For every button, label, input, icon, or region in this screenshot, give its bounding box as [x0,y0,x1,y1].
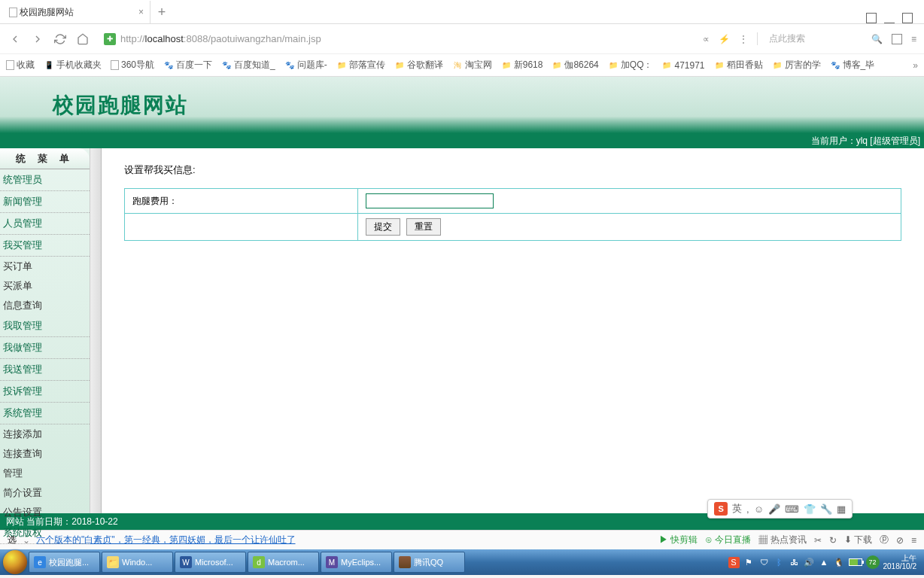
status-news[interactable]: ▦ 热点资讯 [758,534,806,546]
search-input[interactable]: 点此搜索 [757,32,862,45]
tray-bluetooth-icon[interactable]: ᛒ [774,557,785,568]
menu-category[interactable]: 人员管理 [0,213,90,235]
status-menu-icon[interactable]: ≡ [911,535,916,546]
bookmark-item[interactable]: 📁部落宣传 [336,59,385,71]
menu-item[interactable]: 买订单 [0,257,90,276]
ime-bar[interactable]: S 英 , ☺ 🎤 ⌨ 👕 🔧 ▦ [707,499,853,519]
menu-icon[interactable]: ≡ [911,34,916,44]
ime-lang[interactable]: 英 [732,502,742,516]
security-icon: ✚ [104,33,116,45]
bookmark-icon: 🐾 [830,60,840,71]
menu-category[interactable]: 系统管理 [0,403,90,424]
status-scissor-icon[interactable]: ✂ [814,535,822,546]
reload-button[interactable] [53,32,68,47]
bookmark-item[interactable]: 🐾博客_毕 [830,59,875,71]
ime-punct-icon[interactable]: , [746,503,749,515]
bookmark-item[interactable]: 收藏 [6,59,35,71]
tray-chevron-icon[interactable]: ▲ [819,557,830,568]
tray-sogou-icon[interactable]: S [728,557,740,568]
bookmarks-more-icon[interactable]: » [913,60,918,71]
start-button[interactable] [3,550,27,574]
ime-grid-icon[interactable]: ▦ [837,503,846,515]
taskbar-item[interactable]: MMyEclips... [321,552,392,573]
tray-penguin-icon[interactable]: 🐧 [834,557,845,568]
menu-item[interactable]: 连接添加 [0,424,90,444]
taskbar-item[interactable]: 腾讯QQ [394,552,465,573]
bookmark-item[interactable]: 📁新9618 [501,59,543,71]
bookmark-item[interactable]: 📁伽86264 [552,59,598,71]
window-box2-icon[interactable] [902,13,913,23]
status-refresh-icon[interactable]: ↻ [829,535,837,546]
splitter[interactable] [90,148,102,513]
ime-skin-icon[interactable]: 👕 [804,503,816,515]
clock[interactable]: 上午 2018/10/2 [883,554,917,570]
menu-item[interactable]: 管理 [0,464,90,483]
forward-button[interactable] [30,32,45,47]
menu-item[interactable]: 简介设置 [0,483,90,503]
bookmark-item[interactable]: 📁厉害的学 [772,59,821,71]
url-bar[interactable]: ✚ http://localhost:8088/paotuiwangzhan/m… [98,32,695,47]
reset-button[interactable]: 重置 [406,218,441,236]
bookmark-item[interactable]: 📁加QQ： [608,59,653,71]
menu-item[interactable]: 买派单 [0,276,90,296]
share-icon[interactable]: ∝ [703,34,710,44]
menu-category[interactable]: 我取管理 [0,315,90,337]
menu-category[interactable]: 我送管理 [0,359,90,381]
status-live[interactable]: ⊙ 今日直播 [705,534,751,546]
new-tab-button[interactable]: + [150,1,173,23]
menu-category[interactable]: 我买管理 [0,235,90,257]
taskbar-item[interactable]: e校园跑腿... [29,552,100,573]
menu-item[interactable]: 信息查询 [0,296,90,315]
page-icon [6,60,14,70]
status-download[interactable]: ⬇ 下载 [844,534,872,546]
task-icon: 📁 [107,556,119,568]
menu-category[interactable]: 新闻管理 [0,191,90,213]
menu-category[interactable]: 系统版权 [0,522,90,544]
home-button[interactable] [75,32,90,47]
status-p-icon[interactable]: ⓟ [880,534,889,546]
bookmark-item[interactable]: 🐾问题库- [284,59,327,71]
bookmark-icon: 淘 [452,60,463,71]
submit-button[interactable]: 提交 [366,218,400,236]
ime-tool-icon[interactable]: 🔧 [820,503,832,515]
menu-category[interactable]: 投诉管理 [0,381,90,403]
search-icon[interactable]: 🔍 [871,34,883,44]
tray-flag-icon[interactable]: ⚑ [743,557,755,568]
bookmark-item[interactable]: 淘淘宝网 [452,59,492,71]
tray-shield-icon[interactable]: 🛡 [758,557,770,568]
close-icon[interactable]: × [138,7,144,17]
tray-volume-icon[interactable]: 🔊 [804,557,815,568]
tray-network-icon[interactable]: 🖧 [789,557,800,568]
taskbar-item[interactable]: WMicrosof... [175,552,246,573]
window-box1-icon[interactable] [866,13,877,23]
bookmark-item[interactable]: 360导航 [111,59,154,71]
sogou-icon[interactable]: S [714,502,728,516]
bookmark-item[interactable]: 📁稻田香贴 [714,59,763,71]
bookmark-item[interactable]: 📱手机收藏夹 [44,59,102,71]
panel-icon[interactable] [892,34,902,44]
form-table: 跑腿费用： 提交 重置 [124,188,901,241]
taskbar-item[interactable]: dMacrom... [248,552,319,573]
ime-mic-icon[interactable]: 🎤 [768,503,780,515]
ime-keyboard-icon[interactable]: ⌨ [785,503,799,515]
status-clip[interactable]: ▶ 快剪辑 [659,534,698,546]
taskbar-item[interactable]: 📁Windo... [102,552,173,573]
browser-tab[interactable]: 校园跑腿网站 × [0,1,150,23]
menu-category[interactable]: 我做管理 [0,337,90,359]
back-button[interactable] [8,32,23,47]
bolt-icon[interactable]: ⚡ [719,34,730,44]
fee-input[interactable] [366,193,494,208]
bookmark-item[interactable]: 🐾百度一下 [163,59,212,71]
ime-emoji-icon[interactable]: ☺ [754,503,764,515]
more-icon[interactable]: ⋮ [739,34,748,44]
battery-icon[interactable] [849,558,862,566]
sidebar: 统 菜 单 统管理员新闻管理人员管理我买管理买订单买派单信息查询我取管理我做管理… [0,148,90,513]
menu-item[interactable]: 连接查询 [0,444,90,464]
menu-category[interactable]: 统管理员 [0,169,90,191]
bookmark-item[interactable]: 🐾百度知道_ [221,59,275,71]
bookmark-item[interactable]: 📁谷歌翻译 [394,59,443,71]
status-block-icon[interactable]: ⊘ [896,535,904,546]
bookmark-item[interactable]: 📁471971 [661,60,704,71]
minimize-icon[interactable] [884,13,895,23]
menu-item[interactable]: 公告设置 [0,503,90,522]
